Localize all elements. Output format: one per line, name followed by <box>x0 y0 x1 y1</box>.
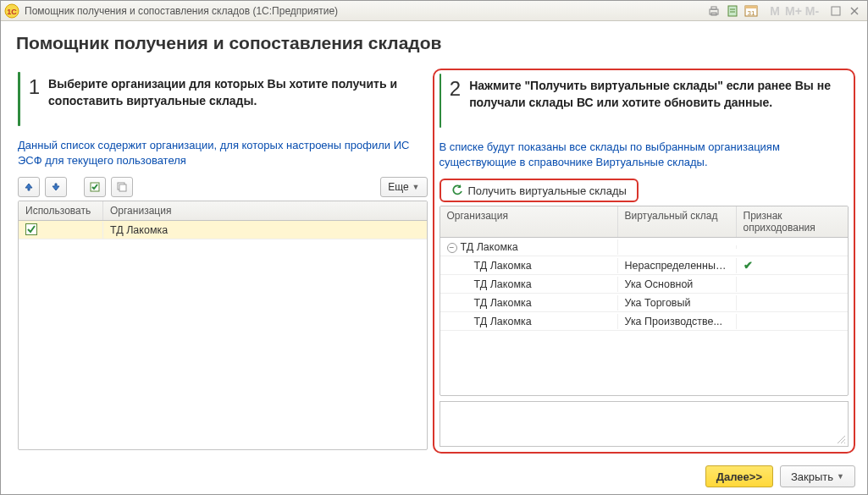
close-icon[interactable] <box>845 3 864 19</box>
step-1: 1 Выберите организации для которых Вы хо… <box>18 72 428 126</box>
svg-rect-3 <box>711 7 716 9</box>
right-hint: В списке будут показаны все склады по вы… <box>440 140 849 170</box>
collapse-icon[interactable]: − <box>447 243 457 253</box>
svg-rect-16 <box>119 184 126 191</box>
check-icon: ✔ <box>744 260 753 272</box>
col-vs[interactable]: Виртуальный склад <box>618 206 737 237</box>
svg-rect-11 <box>832 7 840 15</box>
step-number: 1 <box>29 72 40 97</box>
resize-grip-icon[interactable] <box>836 434 846 444</box>
right-panel: 2 Нажмите "Получить виртуальные склады" … <box>433 69 856 454</box>
table-row[interactable]: ТД Лакомка <box>19 221 427 239</box>
details-pane <box>440 401 849 447</box>
get-warehouses-button[interactable]: Получить виртуальные склады <box>440 179 639 202</box>
table-row[interactable]: ТД ЛакомкаУка Производстве... <box>440 312 849 331</box>
memory-mplus-button[interactable]: M+ <box>784 3 803 19</box>
step-number: 2 <box>450 74 461 99</box>
footer: Далее>> Закрыть▼ <box>1 460 867 494</box>
cell-org: ТД Лакомка <box>440 258 618 273</box>
col-org2[interactable]: Организация <box>440 206 618 237</box>
cell-org: ТД Лакомка <box>440 295 618 311</box>
vs-table: Организация Виртуальный склад Признак оп… <box>440 206 849 396</box>
window-title: Помощник получения и сопоставления склад… <box>25 5 705 17</box>
print-icon[interactable] <box>705 3 723 19</box>
cell-org: ТД Лакомка <box>103 223 427 238</box>
col-flag[interactable]: Признак оприходования <box>737 206 849 237</box>
cell-flag <box>737 301 849 305</box>
uncheck-all-button[interactable] <box>111 177 133 197</box>
svg-text:1C: 1C <box>7 8 17 16</box>
refresh-icon <box>451 184 463 196</box>
svg-rect-5 <box>728 6 737 16</box>
chevron-down-icon: ▼ <box>837 472 844 481</box>
col-org[interactable]: Организация <box>103 201 427 220</box>
cell-flag: ✔ <box>737 257 849 273</box>
org-table: Использовать Организация ТД Лакомка <box>18 201 428 450</box>
org-table-head: Использовать Организация <box>19 201 427 221</box>
memory-mminus-button[interactable]: M- <box>803 3 821 19</box>
cell-vs <box>618 245 737 249</box>
page-title: Помощник получения и сопоставления склад… <box>16 33 852 53</box>
get-warehouses-label: Получить виртуальные склады <box>468 184 627 197</box>
left-hint: Данный список содержит организации, для … <box>18 138 428 168</box>
col-use[interactable]: Использовать <box>19 201 103 220</box>
step-text: Выберите организации для которых Вы хоти… <box>48 72 427 110</box>
cell-vs: Ука Основной <box>618 277 737 292</box>
close-button[interactable]: Закрыть▼ <box>780 465 855 487</box>
next-label: Далее>> <box>716 470 762 483</box>
body: Помощник получения и сопоставления склад… <box>1 21 867 460</box>
right-toolbar: Получить виртуальные склады <box>440 179 849 202</box>
more-label: Еще <box>388 181 408 193</box>
left-panel: 1 Выберите организации для которых Вы хо… <box>13 69 433 454</box>
cell-org: ТД Лакомка <box>440 277 618 292</box>
left-toolbar: Еще▼ <box>18 177 428 197</box>
cell-flag <box>737 283 849 286</box>
svg-rect-9 <box>745 6 757 8</box>
vs-table-body: −ТД ЛакомкаТД ЛакомкаНераспределенные...… <box>440 238 849 395</box>
table-row[interactable]: ТД ЛакомкаУка Основной <box>440 275 849 294</box>
org-table-body: ТД Лакомка <box>19 221 427 449</box>
cell-vs: Ука Торговый <box>618 295 737 311</box>
checkbox-icon[interactable] <box>25 223 37 235</box>
move-up-button[interactable] <box>18 177 40 197</box>
cell-use[interactable] <box>19 222 103 239</box>
step-bar-icon <box>440 74 441 128</box>
memory-m-button[interactable]: M <box>766 3 784 19</box>
titlebar: 1C Помощник получения и сопоставления ск… <box>1 1 867 21</box>
move-down-button[interactable] <box>45 177 67 197</box>
svg-line-17 <box>838 436 845 443</box>
svg-text:31: 31 <box>748 9 755 17</box>
cell-flag <box>737 320 849 323</box>
app-window: 1C Помощник получения и сопоставления ск… <box>0 0 868 495</box>
table-row[interactable]: ТД ЛакомкаУка Торговый <box>440 294 849 312</box>
cell-flag <box>737 245 849 249</box>
step-bar-icon <box>18 72 20 126</box>
cell-org: −ТД Лакомка <box>440 239 618 255</box>
cell-vs: Нераспределенные... <box>618 258 737 273</box>
check-all-button[interactable] <box>84 177 106 197</box>
maximize-icon[interactable] <box>827 3 845 19</box>
cell-vs: Ука Производстве... <box>618 314 737 329</box>
app-logo-icon: 1C <box>4 3 19 19</box>
calendar-icon[interactable]: 31 <box>742 3 760 19</box>
step-2: 2 Нажмите "Получить виртуальные склады" … <box>440 74 849 128</box>
next-button[interactable]: Далее>> <box>705 465 773 487</box>
more-button[interactable]: Еще▼ <box>380 177 427 197</box>
close-label: Закрыть <box>791 470 833 483</box>
calc-icon[interactable] <box>723 3 742 19</box>
step-text: Нажмите "Получить виртуальные склады" ес… <box>469 74 849 112</box>
vs-table-head: Организация Виртуальный склад Признак оп… <box>440 206 849 238</box>
svg-line-19 <box>844 443 845 443</box>
columns: 1 Выберите организации для которых Вы хо… <box>13 69 855 454</box>
table-row[interactable]: −ТД Лакомка <box>440 238 849 256</box>
chevron-down-icon: ▼ <box>412 183 420 191</box>
cell-org: ТД Лакомка <box>440 314 618 329</box>
table-row[interactable]: ТД ЛакомкаНераспределенные...✔ <box>440 256 849 275</box>
